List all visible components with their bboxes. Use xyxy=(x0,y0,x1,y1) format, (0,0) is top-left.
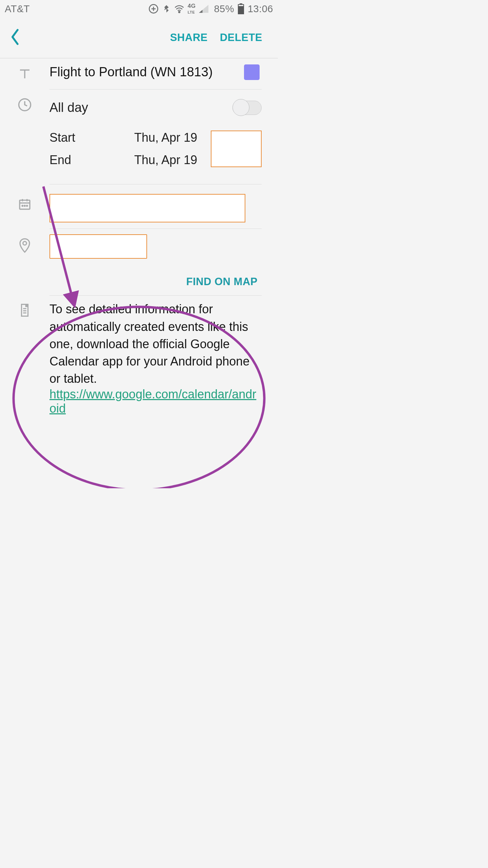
carrier-label: AT&T xyxy=(5,3,30,15)
notes-link[interactable]: https://www.google.com/calendar/android xyxy=(49,387,256,415)
calendar-row xyxy=(0,188,262,229)
svg-point-3 xyxy=(179,11,180,13)
time-section: All day Start End Thu, Apr 19 Thu, Apr 1… xyxy=(0,90,262,188)
title-icon xyxy=(18,66,32,82)
share-button[interactable]: SHARE xyxy=(164,32,214,44)
title-row: Flight to Portland (WN 1813) xyxy=(0,58,262,90)
calendar-icon xyxy=(18,197,32,212)
end-label: End xyxy=(49,153,134,167)
svg-rect-12 xyxy=(20,200,30,210)
delete-button[interactable]: DELETE xyxy=(214,32,268,44)
wifi-icon xyxy=(174,4,184,13)
all-day-toggle[interactable] xyxy=(232,101,262,115)
bluetooth-icon xyxy=(162,4,171,14)
clock-label: 13:06 xyxy=(248,3,273,15)
clock-icon xyxy=(18,98,32,113)
location-row: FIND ON MAP xyxy=(0,229,262,296)
svg-point-17 xyxy=(24,205,25,206)
status-bar: AT&T 4GLTE 85% 13:06 xyxy=(0,0,278,17)
event-color-chip[interactable] xyxy=(244,64,260,80)
find-on-map-button[interactable]: FIND ON MAP xyxy=(186,276,258,288)
notes-text: To see detailed information for automati… xyxy=(49,302,249,385)
pin-icon xyxy=(18,238,32,255)
location-redacted-box[interactable] xyxy=(49,234,147,259)
calendar-redacted-box[interactable] xyxy=(49,194,245,222)
notes-row: To see detailed information for automati… xyxy=(0,296,262,422)
battery-icon xyxy=(238,3,244,14)
svg-marker-5 xyxy=(199,10,203,13)
start-date[interactable]: Thu, Apr 19 xyxy=(134,131,211,145)
back-button[interactable] xyxy=(3,28,27,47)
signal-icon xyxy=(199,5,208,13)
network-type-icon: 4GLTE xyxy=(188,3,196,15)
battery-pct: 85% xyxy=(214,3,234,15)
sync-icon xyxy=(148,4,159,14)
time-redacted-box[interactable] xyxy=(211,131,262,167)
svg-point-18 xyxy=(26,205,27,206)
action-bar: SHARE DELETE xyxy=(0,17,278,58)
event-title[interactable]: Flight to Portland (WN 1813) xyxy=(49,64,237,80)
notes-icon xyxy=(18,303,31,319)
end-date[interactable]: Thu, Apr 19 xyxy=(134,153,211,167)
start-label: Start xyxy=(49,131,134,145)
status-right: 4GLTE 85% 13:06 xyxy=(148,3,273,15)
all-day-label: All day xyxy=(49,100,88,115)
svg-rect-8 xyxy=(238,6,244,14)
svg-point-19 xyxy=(23,242,27,245)
svg-point-16 xyxy=(22,205,23,206)
